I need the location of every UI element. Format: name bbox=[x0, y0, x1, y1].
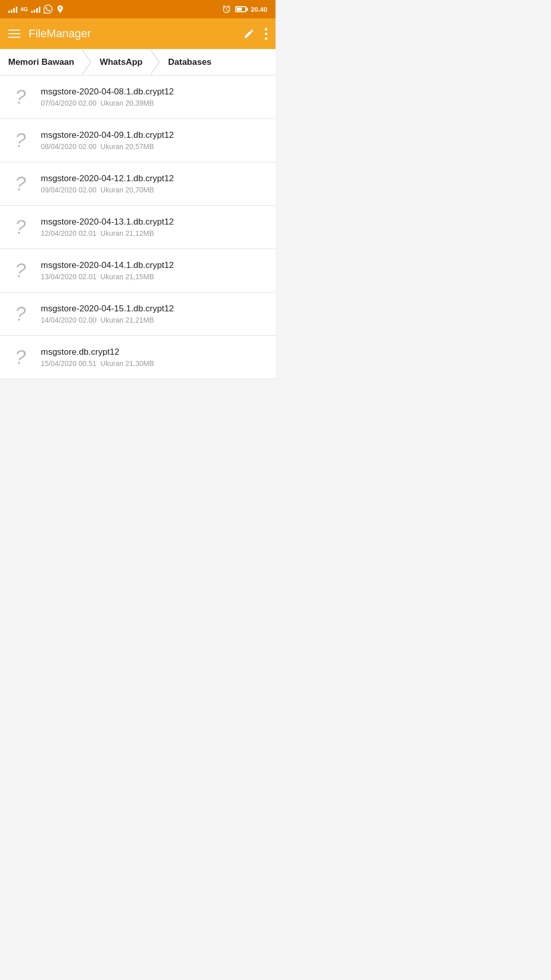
file-info: msgstore-2020-04-09.1.db.crypt12 08/04/2… bbox=[41, 130, 267, 151]
file-item[interactable]: ? msgstore.db.crypt12 15/04/2020 00.51 U… bbox=[0, 336, 276, 379]
file-item[interactable]: ? msgstore-2020-04-09.1.db.crypt12 08/04… bbox=[0, 119, 276, 162]
status-bar: 4G 20.40 bbox=[0, 0, 276, 18]
file-item[interactable]: ? msgstore-2020-04-13.1.db.crypt12 12/04… bbox=[0, 206, 276, 249]
breadcrumb: Memori Bawaan WhatsApp Databases bbox=[0, 49, 276, 76]
file-name: msgstore-2020-04-12.1.db.crypt12 bbox=[41, 174, 267, 184]
file-info: msgstore-2020-04-12.1.db.crypt12 09/04/2… bbox=[41, 174, 267, 194]
file-meta: 07/04/2020 02.00 Ukuran 20,39MB bbox=[41, 99, 267, 107]
breadcrumb-item-2[interactable]: Databases bbox=[160, 49, 219, 76]
file-unknown-icon: ? bbox=[8, 85, 33, 109]
breadcrumb-label-2: Databases bbox=[160, 49, 219, 76]
file-meta: 13/04/2020 02.01 Ukuran 21,15MB bbox=[41, 273, 267, 281]
file-name: msgstore-2020-04-14.1.db.crypt12 bbox=[41, 260, 267, 271]
file-meta: 15/04/2020 00.51 Ukuran 21,30MB bbox=[41, 359, 267, 368]
file-name: msgstore-2020-04-08.1.db.crypt12 bbox=[41, 87, 267, 97]
file-info: msgstore-2020-04-14.1.db.crypt12 13/04/2… bbox=[41, 260, 267, 281]
file-unknown-icon: ? bbox=[8, 302, 33, 326]
file-unknown-icon: ? bbox=[8, 172, 33, 196]
file-unknown-icon: ? bbox=[8, 215, 33, 239]
file-unknown-icon: ? bbox=[8, 128, 33, 153]
status-left: 4G bbox=[8, 5, 65, 14]
edit-icon[interactable] bbox=[243, 28, 255, 39]
battery-icon bbox=[235, 6, 246, 12]
signal-icon bbox=[8, 6, 17, 13]
breadcrumb-separator-1 bbox=[151, 49, 160, 76]
app-bar-actions bbox=[243, 28, 267, 40]
signal-icon-2 bbox=[31, 6, 40, 13]
breadcrumb-label-0: Memori Bawaan bbox=[0, 49, 82, 76]
file-unknown-icon: ? bbox=[8, 258, 33, 283]
file-item[interactable]: ? msgstore-2020-04-15.1.db.crypt12 14/04… bbox=[0, 292, 276, 336]
file-meta: 09/04/2020 02.00 Ukuran 20,70MB bbox=[41, 186, 267, 194]
file-list: ? msgstore-2020-04-08.1.db.crypt12 07/04… bbox=[0, 76, 276, 379]
file-name: msgstore-2020-04-09.1.db.crypt12 bbox=[41, 130, 267, 140]
breadcrumb-label-1: WhatsApp bbox=[91, 49, 151, 76]
file-item[interactable]: ? msgstore-2020-04-12.1.db.crypt12 09/04… bbox=[0, 162, 276, 206]
whatsapp-icon bbox=[43, 5, 53, 14]
file-info: msgstore.db.crypt12 15/04/2020 00.51 Uku… bbox=[41, 347, 267, 368]
breadcrumb-item-0[interactable]: Memori Bawaan bbox=[0, 49, 91, 76]
file-name: msgstore-2020-04-15.1.db.crypt12 bbox=[41, 304, 267, 314]
file-name: msgstore.db.crypt12 bbox=[41, 347, 267, 357]
alarm-icon bbox=[222, 5, 231, 14]
breadcrumb-item-1[interactable]: WhatsApp bbox=[91, 49, 160, 76]
file-item[interactable]: ? msgstore-2020-04-14.1.db.crypt12 13/04… bbox=[0, 249, 276, 292]
location-icon bbox=[56, 5, 65, 14]
breadcrumb-separator-0 bbox=[82, 49, 91, 76]
more-options-button[interactable] bbox=[265, 28, 267, 40]
file-unknown-icon: ? bbox=[8, 345, 33, 370]
time-display: 20.40 bbox=[251, 6, 267, 13]
status-right: 20.40 bbox=[222, 5, 267, 14]
file-info: msgstore-2020-04-13.1.db.crypt12 12/04/2… bbox=[41, 217, 267, 237]
file-info: msgstore-2020-04-15.1.db.crypt12 14/04/2… bbox=[41, 304, 267, 324]
file-item[interactable]: ? msgstore-2020-04-08.1.db.crypt12 07/04… bbox=[0, 76, 276, 119]
app-title: FileManager bbox=[29, 27, 235, 40]
network-badge: 4G bbox=[20, 6, 28, 12]
hamburger-menu-button[interactable] bbox=[8, 30, 20, 38]
file-meta: 14/04/2020 02.00 Ukuran 21,21MB bbox=[41, 316, 267, 324]
file-meta: 08/04/2020 02.00 Ukuran 20,57MB bbox=[41, 142, 267, 151]
file-meta: 12/04/2020 02.01 Ukuran 21,12MB bbox=[41, 229, 267, 237]
file-name: msgstore-2020-04-13.1.db.crypt12 bbox=[41, 217, 267, 227]
file-info: msgstore-2020-04-08.1.db.crypt12 07/04/2… bbox=[41, 87, 267, 107]
app-bar: FileManager bbox=[0, 18, 276, 49]
